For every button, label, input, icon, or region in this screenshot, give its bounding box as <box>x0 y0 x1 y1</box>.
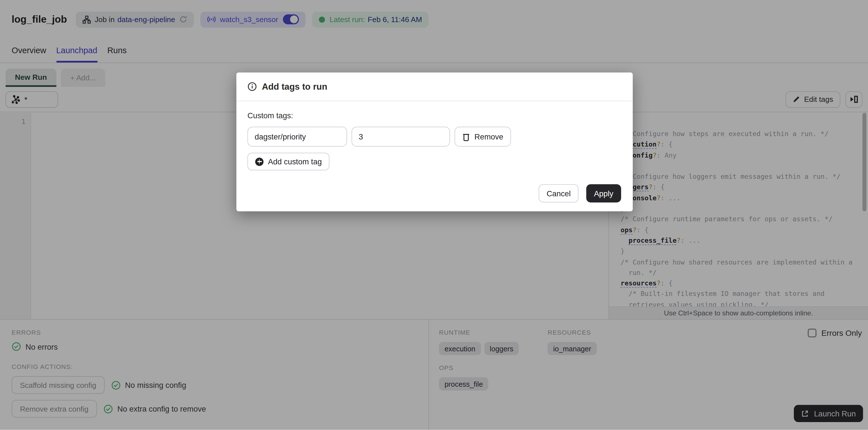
custom-tags-label: Custom tags: <box>247 111 622 120</box>
tag-key-input[interactable] <box>247 127 347 146</box>
cancel-button[interactable]: Cancel <box>539 184 578 203</box>
trash-icon <box>462 132 470 141</box>
modal-overlay[interactable] <box>0 0 868 430</box>
remove-tag-button[interactable]: Remove <box>454 127 511 146</box>
tag-editor-row: Remove <box>247 127 622 146</box>
dialog-body: Custom tags: Remove Add custom tag <box>237 101 633 170</box>
plus-circle-icon <box>255 157 263 165</box>
dialog-footer: Cancel Apply <box>237 170 633 211</box>
dagster-launchpad-screen: log_file_job Job in data-eng-pipeline <box>0 0 868 430</box>
info-icon <box>247 82 257 91</box>
dialog-header: Add tags to run <box>237 72 633 101</box>
apply-button[interactable]: Apply <box>586 184 621 203</box>
add-custom-tag-button[interactable]: Add custom tag <box>247 153 330 171</box>
dialog-title: Add tags to run <box>262 81 327 91</box>
add-tags-dialog: Add tags to run Custom tags: Remove Add … <box>237 72 633 211</box>
tag-value-input[interactable] <box>352 127 450 146</box>
